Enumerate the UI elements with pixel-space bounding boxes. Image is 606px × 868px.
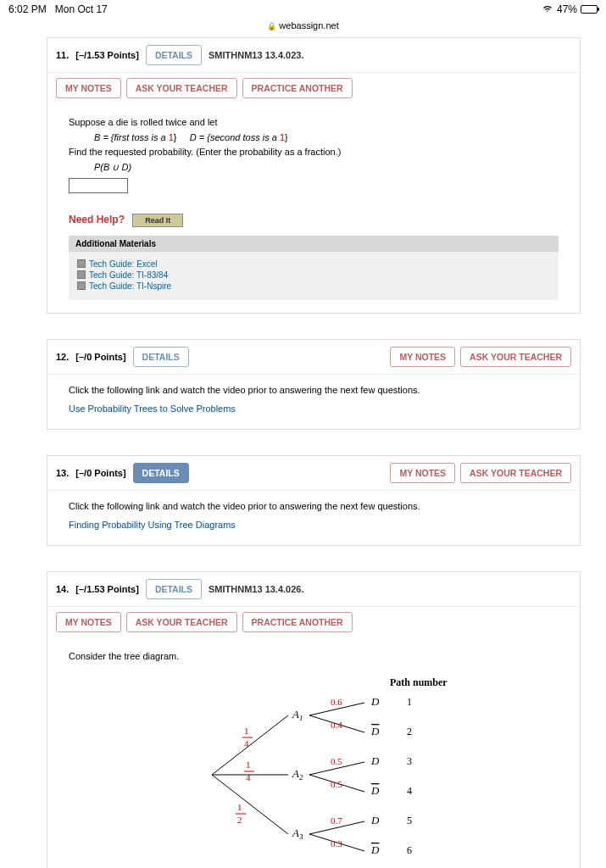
question-11: 11. [–/1.53 Points] DETAILS SMITHNM13 13… [47, 37, 581, 314]
q11-text2: Find the requested probability. (Enter t… [69, 145, 559, 160]
q13-body: Click the following link and watch the v… [47, 491, 580, 545]
svg-text:1: 1 [244, 726, 249, 736]
svg-text:A2: A2 [292, 767, 303, 782]
svg-text:4: 4 [246, 772, 251, 782]
battery-pct: 47% [557, 3, 577, 15]
q-points: [–/0 Points] [75, 468, 125, 478]
tree-diagram: Path number 1 4 1 4 1 2 [69, 665, 559, 868]
svg-text:0.6: 0.6 [331, 697, 342, 707]
q-number: 13. [56, 468, 69, 478]
material-link-ti83[interactable]: Tech Guide: TI-83/84 [77, 270, 550, 281]
battery-icon [581, 5, 598, 14]
svg-text:4: 4 [244, 738, 249, 748]
wifi-icon [542, 3, 553, 15]
svg-text:0.7: 0.7 [331, 815, 342, 826]
q11-buttons: MY NOTES ASK YOUR TEACHER PRACTICE ANOTH… [47, 73, 580, 107]
my-notes-button[interactable]: MY NOTES [56, 612, 121, 632]
svg-text:Path number: Path number [390, 676, 448, 688]
svg-text:D: D [370, 784, 380, 797]
question-14: 14. [–/1.53 Points] DETAILS SMITHNM13 13… [47, 571, 581, 868]
details-button[interactable]: DETAILS [133, 463, 189, 483]
q14-text1: Consider the tree diagram. [69, 649, 559, 665]
ask-teacher-button[interactable]: ASK YOUR TEACHER [126, 612, 237, 632]
q14-header: 14. [–/1.53 Points] DETAILS SMITHNM13 13… [47, 572, 580, 607]
my-notes-button[interactable]: MY NOTES [390, 347, 455, 367]
q-number: 11. [56, 50, 69, 60]
add-mat-header: Additional Materials [69, 236, 559, 252]
q11-defs: B = {first toss is a 1} D = {second toss… [69, 131, 559, 146]
q11-body: Suppose a die is rolled twice and let B … [47, 107, 580, 207]
video-link[interactable]: Use Probability Trees to Solve Problems [69, 398, 559, 417]
q-points: [–/0 Points] [75, 352, 125, 362]
date: Mon Oct 17 [55, 3, 108, 15]
svg-text:D: D [370, 695, 380, 708]
read-it-button[interactable]: Read It [132, 214, 183, 227]
svg-text:0.5: 0.5 [331, 779, 342, 789]
status-left: 6:02 PM Mon Oct 17 [8, 3, 108, 15]
q11-prob: P(B ∪ D) [69, 160, 559, 175]
svg-text:4: 4 [407, 785, 412, 797]
material-link-excel[interactable]: Tech Guide: Excel [77, 259, 550, 270]
question-13: 13. [–/0 Points] DETAILS MY NOTES ASK YO… [47, 455, 581, 546]
url-bar[interactable]: 🔒 webassign.net [0, 19, 606, 37]
svg-text:1: 1 [407, 696, 412, 708]
additional-materials: Additional Materials Tech Guide: Excel T… [69, 236, 559, 300]
status-right: 47% [542, 3, 598, 15]
svg-text:D: D [370, 754, 380, 767]
svg-text:0.3: 0.3 [331, 838, 342, 849]
video-link[interactable]: Finding Probability Using Tree Diagrams [69, 515, 559, 533]
my-notes-button[interactable]: MY NOTES [56, 78, 121, 98]
my-notes-button[interactable]: MY NOTES [390, 463, 455, 483]
time: 6:02 PM [8, 3, 47, 15]
svg-text:D: D [370, 725, 380, 737]
svg-text:2: 2 [407, 726, 412, 737]
details-button[interactable]: DETAILS [146, 45, 202, 65]
book-icon [77, 281, 86, 290]
q13-text: Click the following link and watch the v… [69, 499, 559, 515]
ask-teacher-button[interactable]: ASK YOUR TEACHER [126, 78, 237, 98]
svg-text:0.4: 0.4 [331, 720, 342, 730]
details-button[interactable]: DETAILS [146, 579, 202, 599]
svg-text:0.5: 0.5 [331, 756, 342, 766]
svg-text:D: D [370, 843, 380, 856]
q-number: 14. [56, 584, 69, 594]
url-text: webassign.net [279, 20, 338, 31]
q11-header: 11. [–/1.53 Points] DETAILS SMITHNM13 13… [47, 38, 580, 73]
q11-text1: Suppose a die is rolled twice and let [69, 115, 559, 131]
status-bar: 6:02 PM Mon Oct 17 47% [0, 0, 606, 19]
question-12: 12. [–/0 Points] DETAILS MY NOTES ASK YO… [47, 339, 581, 430]
svg-text:2: 2 [237, 815, 242, 825]
book-icon [77, 270, 86, 279]
ask-teacher-button[interactable]: ASK YOUR TEACHER [460, 463, 571, 483]
q-ref: SMITHNM13 13.4.026. [208, 584, 304, 594]
q12-header: 12. [–/0 Points] DETAILS MY NOTES ASK YO… [47, 340, 580, 375]
q-number: 12. [56, 352, 69, 362]
details-button[interactable]: DETAILS [133, 347, 189, 367]
practice-another-button[interactable]: PRACTICE ANOTHER [242, 78, 353, 98]
svg-text:1: 1 [237, 802, 242, 812]
q12-text: Click the following link and watch the v… [69, 383, 559, 398]
svg-text:6: 6 [407, 844, 412, 856]
svg-text:A1: A1 [292, 708, 303, 722]
svg-text:3: 3 [407, 755, 412, 767]
material-link-nspire[interactable]: Tech Guide: TI-Nspire [77, 281, 550, 292]
q14-body: Consider the tree diagram. Path number 1… [47, 641, 580, 868]
lock-icon: 🔒 [267, 22, 276, 31]
q13-header: 13. [–/0 Points] DETAILS MY NOTES ASK YO… [47, 456, 580, 491]
svg-line-3 [212, 775, 288, 834]
q11-answer-input[interactable] [69, 178, 128, 193]
need-help: Need Help? Read It [47, 207, 580, 236]
book-icon [77, 259, 86, 268]
svg-text:1: 1 [246, 760, 251, 770]
svg-text:A3: A3 [292, 826, 303, 841]
q-points: [–/1.53 Points] [75, 50, 139, 60]
q-ref: SMITHNM13 13.4.023. [208, 50, 304, 60]
q14-buttons: MY NOTES ASK YOUR TEACHER PRACTICE ANOTH… [47, 607, 580, 641]
q12-body: Click the following link and watch the v… [47, 375, 580, 429]
svg-text:D: D [370, 814, 380, 826]
q-points: [–/1.53 Points] [75, 584, 139, 594]
ask-teacher-button[interactable]: ASK YOUR TEACHER [460, 347, 571, 367]
svg-text:5: 5 [407, 815, 412, 826]
practice-another-button[interactable]: PRACTICE ANOTHER [242, 612, 353, 632]
